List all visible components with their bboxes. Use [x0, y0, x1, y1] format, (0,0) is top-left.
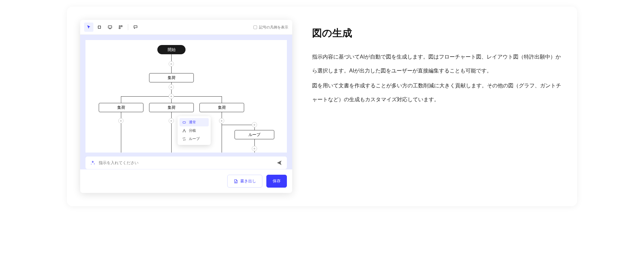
pointer-icon	[86, 25, 91, 29]
export-label: 書き出し	[240, 178, 256, 184]
add-node-handle[interactable]: +	[252, 122, 257, 127]
add-node-handle[interactable]: +	[169, 118, 174, 123]
desc-paragraph: 指示内容に基づいてAIが自動で図を生成します。図はフローチャート図、レイアウト図…	[312, 50, 564, 77]
svg-point-8	[185, 131, 186, 132]
node-loop[interactable]: ループ	[235, 130, 274, 139]
prompt-bar	[85, 157, 287, 169]
feature-description: 指示内容に基づいてAIが自動で図を生成します。図はフローチャート図、レイアウト図…	[312, 50, 564, 106]
node-start[interactable]: 開始	[157, 45, 186, 54]
edge	[222, 96, 222, 103]
add-node-handle[interactable]: +	[169, 84, 174, 90]
comment-tool[interactable]	[131, 22, 140, 32]
svg-rect-1	[108, 26, 112, 28]
canvas-frame: 開始 集荷 集荷 集荷 集荷 ループ + + + + + + + +	[80, 35, 292, 169]
svg-point-2	[119, 25, 120, 27]
frame-tool[interactable]	[95, 22, 104, 32]
legend-label: 記号の凡例を表示	[259, 25, 288, 30]
feature-headline: 図の生成	[312, 26, 564, 40]
node-box[interactable]: 集荷	[99, 103, 143, 112]
editor-toolbar: 記号の凡例を表示	[80, 20, 292, 35]
node-box[interactable]: 集荷	[149, 73, 194, 82]
shapes-icon	[118, 25, 123, 29]
feature-copy: 図の生成 指示内容に基づいてAIが自動で図を生成します。図はフローチャート図、レ…	[312, 20, 564, 108]
send-button[interactable]	[276, 160, 282, 166]
add-node-handle[interactable]: +	[252, 146, 257, 151]
sparkle-icon	[90, 160, 95, 165]
screen-icon	[108, 25, 112, 29]
file-icon	[234, 179, 238, 184]
send-icon	[276, 160, 282, 166]
save-button[interactable]: 保存	[266, 175, 287, 188]
node-box[interactable]: 集荷	[199, 103, 244, 112]
save-label: 保存	[273, 178, 281, 184]
svg-rect-0	[98, 26, 101, 28]
editor-footer: 書き出し 保存	[80, 169, 292, 193]
prompt-input[interactable]	[99, 160, 273, 165]
ctx-label: 通常	[189, 120, 196, 125]
frame-icon	[97, 25, 102, 29]
export-button[interactable]: 書き出し	[227, 175, 262, 188]
svg-rect-5	[183, 121, 186, 123]
ctx-item-branch[interactable]: 分岐	[180, 126, 209, 135]
diagram-canvas[interactable]: 開始 集荷 集荷 集荷 集荷 ループ + + + + + + + +	[85, 40, 287, 153]
editor-preview: 記号の凡例を表示	[80, 20, 292, 193]
svg-point-7	[183, 131, 184, 132]
edge	[222, 125, 255, 125]
node-box[interactable]: 集荷	[149, 103, 194, 112]
legend-toggle[interactable]: 記号の凡例を表示	[253, 25, 288, 30]
feature-card: 記号の凡例を表示	[67, 7, 577, 206]
ctx-label: 分岐	[189, 128, 196, 133]
ctx-item-normal[interactable]: 通常	[180, 118, 209, 126]
add-node-handle[interactable]: +	[219, 118, 224, 123]
shapes-tool[interactable]	[116, 22, 125, 32]
svg-point-6	[184, 129, 185, 130]
svg-rect-3	[121, 25, 122, 27]
context-menu: 通常 分岐 ループ	[178, 116, 211, 145]
rect-icon	[182, 120, 186, 124]
diagram-editor: 記号の凡例を表示	[80, 20, 292, 193]
desc-paragraph: 図を用いて文書を作成することが多い方の工数削減に大きく貢献します。その他の図（グ…	[312, 79, 564, 106]
screen-tool[interactable]	[105, 22, 115, 32]
add-node-handle[interactable]: +	[169, 61, 174, 67]
add-node-handle[interactable]: +	[169, 94, 174, 99]
svg-rect-4	[119, 27, 120, 29]
checkbox-icon	[253, 25, 257, 29]
branch-icon	[182, 129, 186, 133]
pointer-tool[interactable]	[84, 22, 93, 32]
toolbar-separator	[128, 24, 128, 30]
comment-icon	[133, 25, 138, 29]
add-node-handle[interactable]: +	[118, 118, 124, 123]
edge	[222, 125, 222, 153]
edge	[121, 96, 121, 103]
ctx-item-loop[interactable]: ループ	[180, 135, 209, 143]
loop-icon	[182, 137, 186, 141]
ctx-label: ループ	[189, 136, 200, 141]
